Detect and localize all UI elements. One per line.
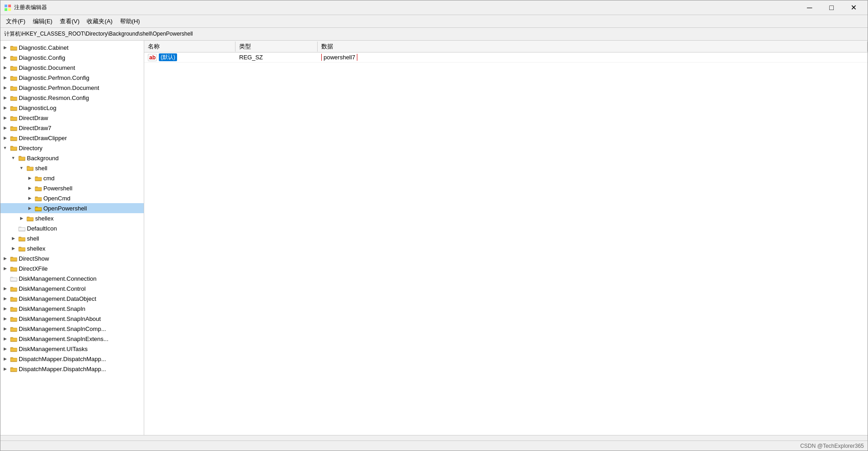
maximize-button[interactable]: □ — [821, 0, 842, 15]
tree-expander-icon[interactable]: ▶ — [1, 295, 9, 302]
menu-edit[interactable]: 编辑(E) — [29, 16, 56, 26]
tree-expander-icon[interactable]: ▼ — [1, 144, 9, 152]
tree-expander-icon[interactable]: ▼ — [18, 164, 25, 172]
tree-expander-icon[interactable]: ▶ — [1, 305, 9, 312]
tree-item[interactable]: ▶ Diagnostic.Config — [0, 52, 144, 63]
menu-favorites[interactable]: 收藏夹(A) — [83, 16, 116, 26]
tree-item-label: Background — [27, 155, 58, 162]
window-title: 注册表编辑器 — [14, 4, 799, 11]
tree-expander-icon[interactable]: ▶ — [1, 104, 9, 111]
tree-item[interactable]: ▶ Powershell — [0, 183, 144, 193]
tree-expander-icon[interactable]: ▶ — [10, 235, 17, 242]
folder-icon — [10, 255, 17, 262]
tree-item-label: OpenPowershell — [43, 205, 87, 212]
tree-item[interactable]: ▶ DirectDraw — [0, 113, 144, 123]
tree-item[interactable]: ▶ cmd — [0, 173, 144, 183]
tree-expander-icon[interactable]: ▶ — [1, 285, 9, 292]
tree-expander-icon[interactable]: ▶ — [1, 345, 9, 352]
tree-expander-icon[interactable]: ▶ — [1, 64, 9, 71]
col-header-name[interactable]: 名称 — [144, 42, 235, 52]
tree-expander-icon[interactable]: ▶ — [26, 174, 33, 182]
title-bar: 注册表编辑器 ─ □ ✕ — [0, 0, 868, 15]
right-panel: 名称 类型 数据 ab (默认) REG_SZ powershell7 — [144, 41, 868, 435]
tree-expander-icon[interactable]: ▶ — [26, 205, 33, 212]
tree-item[interactable]: ▶ DiagnosticLog — [0, 103, 144, 113]
tree-item[interactable]: DiskManagement.Connection — [0, 273, 144, 283]
tree-expander-icon[interactable]: ▶ — [1, 265, 9, 272]
folder-icon — [18, 235, 26, 242]
tree-item[interactable]: ▶ Diagnostic.Resmon.Config — [0, 93, 144, 103]
tree-item-label: DiskManagement.SnapInAbout — [19, 315, 101, 322]
tree-item[interactable]: ▶ OpenCmd — [0, 193, 144, 203]
minimize-button[interactable]: ─ — [799, 0, 820, 15]
tree-item[interactable]: ▶ shell — [0, 233, 144, 243]
close-button[interactable]: ✕ — [843, 0, 864, 15]
tree-item[interactable]: ▼ shell — [0, 163, 144, 173]
tree-item-label: cmd — [43, 175, 55, 182]
tree-expander-icon — [1, 275, 9, 282]
table-row[interactable]: ab (默认) REG_SZ powershell7 — [144, 52, 868, 63]
tree-item[interactable]: ▶ Diagnostic.Perfmon.Document — [0, 83, 144, 93]
folder-icon — [10, 325, 17, 332]
menu-view[interactable]: 查看(V) — [56, 16, 83, 26]
tree-item[interactable]: ▶ DirectShow — [0, 253, 144, 263]
folder-icon — [26, 215, 34, 222]
tree-expander-icon[interactable]: ▶ — [1, 84, 9, 91]
tree-item[interactable]: ▶ DirectDraw7 — [0, 123, 144, 133]
tree-item-label: Powershell — [43, 185, 73, 192]
tree-item[interactable]: ▼ Background — [0, 153, 144, 163]
menu-file[interactable]: 文件(F) — [2, 16, 29, 26]
tree-panel[interactable]: ▶ Diagnostic.Cabinet▶ Diagnostic.Config▶… — [0, 41, 144, 435]
folder-icon — [35, 184, 42, 192]
tree-item[interactable]: ▶ Diagnostic.Perfmon.Config — [0, 73, 144, 83]
col-header-data[interactable]: 数据 — [318, 42, 868, 52]
tree-expander-icon[interactable]: ▶ — [26, 194, 33, 202]
tree-expander-icon[interactable]: ▶ — [18, 215, 25, 222]
tree-expander-icon[interactable]: ▶ — [1, 325, 9, 332]
tree-item[interactable]: ▶ DispatchMapper.DispatchMapp... — [0, 354, 144, 364]
tree-expander-icon[interactable]: ▶ — [1, 355, 9, 362]
tree-item[interactable]: DefaultIcon — [0, 223, 144, 233]
tree-item-label: shell — [35, 165, 47, 172]
tree-expander-icon[interactable]: ▶ — [1, 54, 9, 61]
tree-expander-icon[interactable]: ▼ — [10, 154, 17, 162]
tree-expander-icon[interactable]: ▶ — [1, 335, 9, 342]
folder-icon — [26, 164, 34, 172]
tree-item[interactable]: ▶ DiskManagement.Control — [0, 283, 144, 294]
tree-item-label: Diagnostic.Perfmon.Config — [19, 74, 89, 81]
tree-expander-icon[interactable]: ▶ — [1, 134, 9, 142]
tree-item[interactable]: ▶ DispatchMapper.DispatchMapp... — [0, 364, 144, 374]
horizontal-scrollbar[interactable] — [0, 435, 868, 441]
tree-expander-icon[interactable]: ▶ — [1, 74, 9, 81]
tree-expander-icon[interactable]: ▶ — [1, 124, 9, 131]
tree-item-label: Diagnostic.Resmon.Config — [19, 94, 89, 101]
svg-rect-2 — [5, 8, 7, 11]
col-header-type[interactable]: 类型 — [235, 42, 318, 52]
tree-item[interactable]: ▶ DirectDrawClipper — [0, 133, 144, 143]
tree-expander-icon[interactable]: ▶ — [1, 365, 9, 372]
tree-item[interactable]: ▶ DirectXFile — [0, 263, 144, 273]
tree-expander-icon[interactable]: ▶ — [1, 255, 9, 262]
tree-item[interactable]: ▶ DiskManagement.SnapInExtens... — [0, 334, 144, 344]
tree-item[interactable]: ▶ DiskManagement.UITasks — [0, 344, 144, 354]
tree-expander-icon[interactable]: ▶ — [1, 315, 9, 322]
menu-help[interactable]: 帮助(H) — [116, 16, 144, 26]
tree-item[interactable]: ▶ DiskManagement.DataObject — [0, 294, 144, 304]
tree-expander-icon[interactable]: ▶ — [10, 245, 17, 252]
tree-item[interactable]: ▶ shellex — [0, 243, 144, 253]
tree-item[interactable]: ▶ shellex — [0, 213, 144, 223]
tree-expander-icon[interactable]: ▶ — [1, 44, 9, 51]
tree-item[interactable]: ▶ DiskManagement.SnapInAbout — [0, 314, 144, 324]
tree-item[interactable]: ▶ DiskManagement.SnapInComp... — [0, 324, 144, 334]
tree-expander-icon[interactable]: ▶ — [26, 184, 33, 192]
tree-item[interactable]: ▼ Directory — [0, 143, 144, 153]
registry-editor-window: 注册表编辑器 ─ □ ✕ 文件(F) 编辑(E) 查看(V) 收藏夹(A) 帮助… — [0, 0, 868, 451]
folder-icon — [10, 315, 17, 322]
tree-expander-icon[interactable]: ▶ — [1, 114, 9, 121]
tree-item[interactable]: ▶ Diagnostic.Cabinet — [0, 42, 144, 52]
tree-item-label: DiskManagement.UITasks — [19, 346, 88, 352]
tree-item[interactable]: ▶ OpenPowershell — [0, 203, 144, 213]
tree-item[interactable]: ▶ DiskManagement.SnapIn — [0, 304, 144, 314]
tree-item[interactable]: ▶ Diagnostic.Document — [0, 63, 144, 73]
tree-expander-icon[interactable]: ▶ — [1, 94, 9, 101]
